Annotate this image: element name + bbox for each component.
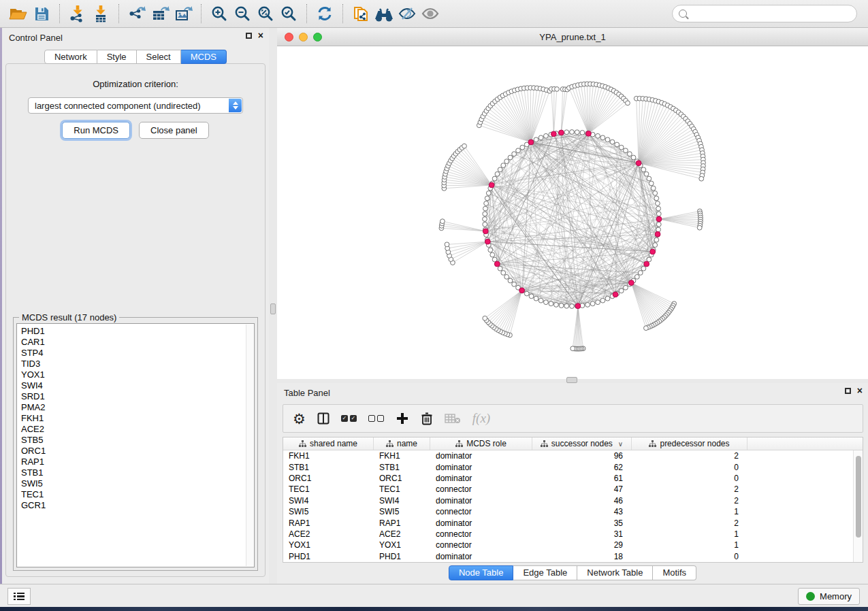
network-graph[interactable] <box>277 46 868 379</box>
close-panel-icon[interactable]: × <box>857 388 863 394</box>
network-node[interactable] <box>580 131 585 135</box>
column-header-predecessor-nodes[interactable]: predecessor nodes <box>632 437 748 450</box>
network-node[interactable] <box>585 303 590 308</box>
network-node[interactable] <box>570 304 575 309</box>
save-session-button[interactable] <box>30 3 53 24</box>
criterion-select[interactable]: largest connected component (undirected) <box>28 97 243 114</box>
network-node[interactable] <box>619 288 624 293</box>
delete-column-button[interactable] <box>421 408 433 429</box>
network-node[interactable] <box>539 135 543 140</box>
network-node[interactable] <box>656 212 661 216</box>
network-node[interactable] <box>483 217 487 222</box>
network-node[interactable] <box>634 274 639 279</box>
network-node[interactable] <box>492 176 497 181</box>
list-item[interactable]: SWI5 <box>21 478 254 489</box>
network-node[interactable] <box>549 301 553 306</box>
export-image-button[interactable] <box>172 3 195 24</box>
table-row[interactable]: RAP1RAP1dominator352 <box>283 517 853 528</box>
network-node[interactable] <box>654 196 659 201</box>
network-node[interactable] <box>651 186 656 191</box>
network-node[interactable] <box>512 282 517 286</box>
float-panel-icon[interactable] <box>845 388 851 394</box>
mcds-node[interactable] <box>586 131 592 136</box>
table-row[interactable]: STB1STB1dominator620 <box>283 461 853 472</box>
list-item[interactable]: STB5 <box>21 435 254 446</box>
network-node[interactable] <box>615 142 620 147</box>
mcds-node[interactable] <box>644 261 649 267</box>
table-row[interactable]: YOX1YOX1connector291 <box>283 540 853 550</box>
show-all-button[interactable] <box>419 3 442 24</box>
list-item[interactable]: FKH1 <box>21 413 254 424</box>
network-node[interactable] <box>624 285 628 290</box>
network-node[interactable] <box>483 316 487 320</box>
select-all-button[interactable]: ✓ ✓ <box>341 408 357 429</box>
table-row[interactable]: ACE2ACE2connector311 <box>283 529 853 540</box>
table-row[interactable]: TEC1TEC1connector472 <box>283 484 853 495</box>
mcds-node[interactable] <box>559 130 564 135</box>
zoom-out-button[interactable] <box>231 3 254 24</box>
network-node[interactable] <box>512 152 517 156</box>
list-item[interactable]: SWI4 <box>21 380 254 391</box>
list-item[interactable]: CAR1 <box>21 337 254 348</box>
split-columns-button[interactable] <box>317 408 329 429</box>
network-node[interactable] <box>641 266 646 271</box>
network-node[interactable] <box>624 148 628 153</box>
table-row[interactable]: SWI4SWI4dominator462 <box>283 495 853 506</box>
scrollbar-thumb[interactable] <box>856 456 861 538</box>
tab-style[interactable]: Style <box>97 50 137 64</box>
hide-selected-button[interactable] <box>396 3 419 24</box>
network-node[interactable] <box>488 248 493 252</box>
import-table-button[interactable] <box>89 3 112 24</box>
network-node[interactable] <box>544 133 549 138</box>
mcds-node[interactable] <box>613 292 618 297</box>
network-node[interactable] <box>485 196 489 201</box>
network-node[interactable] <box>653 191 658 196</box>
network-window-titlebar[interactable]: YPA_prune.txt_1 <box>277 28 868 46</box>
column-header-successor-nodes[interactable]: successor nodes∨ <box>532 437 632 450</box>
table-row[interactable]: PHD1PHD1dominator180 <box>283 551 853 562</box>
sort-chevron-icon[interactable]: ∨ <box>618 440 623 448</box>
list-item[interactable]: SRD1 <box>21 391 254 402</box>
network-node[interactable] <box>508 155 513 160</box>
network-node[interactable] <box>638 271 643 276</box>
mcds-node[interactable] <box>519 288 525 293</box>
list-item[interactable]: STB1 <box>21 467 254 478</box>
open-file-button[interactable] <box>7 3 30 24</box>
network-node[interactable] <box>575 130 579 135</box>
deselect-all-button[interactable] <box>368 408 384 429</box>
mcds-node[interactable] <box>494 261 500 267</box>
zoom-selected-button[interactable] <box>277 3 300 24</box>
list-item[interactable]: PMA2 <box>21 402 254 413</box>
run-mcds-button[interactable]: Run MCDS <box>62 122 130 139</box>
network-node[interactable] <box>534 296 539 301</box>
network-node[interactable] <box>699 176 704 181</box>
network-node[interactable] <box>490 252 495 257</box>
export-network-button[interactable] <box>125 3 148 24</box>
float-panel-icon[interactable] <box>246 33 252 39</box>
table-row[interactable]: ORC1ORC1dominator610 <box>283 473 853 484</box>
maximize-window-icon[interactable] <box>313 33 322 42</box>
network-node[interactable] <box>520 145 525 150</box>
network-node[interactable] <box>649 181 654 186</box>
network-node[interactable] <box>501 271 506 276</box>
network-node[interactable] <box>504 159 509 164</box>
close-panel-icon[interactable]: × <box>258 33 263 39</box>
network-node[interactable] <box>539 298 543 303</box>
column-header-name[interactable]: name <box>374 437 430 450</box>
close-panel-button[interactable]: Close panel <box>139 122 209 139</box>
network-node[interactable] <box>610 139 615 144</box>
network-node[interactable] <box>504 274 509 279</box>
network-node[interactable] <box>656 227 661 232</box>
network-node[interactable] <box>559 303 564 308</box>
mcds-node[interactable] <box>489 182 494 188</box>
network-node[interactable] <box>501 163 506 168</box>
network-node[interactable] <box>486 191 491 196</box>
mcds-node[interactable] <box>650 249 656 254</box>
network-node[interactable] <box>570 130 575 135</box>
network-node[interactable] <box>498 167 502 172</box>
network-node[interactable] <box>596 133 600 138</box>
network-node[interactable] <box>631 155 636 160</box>
list-item[interactable]: ACE2 <box>21 424 254 435</box>
tab-motifs[interactable]: Motifs <box>653 565 696 580</box>
tab-network-table[interactable]: Network Table <box>577 565 653 580</box>
